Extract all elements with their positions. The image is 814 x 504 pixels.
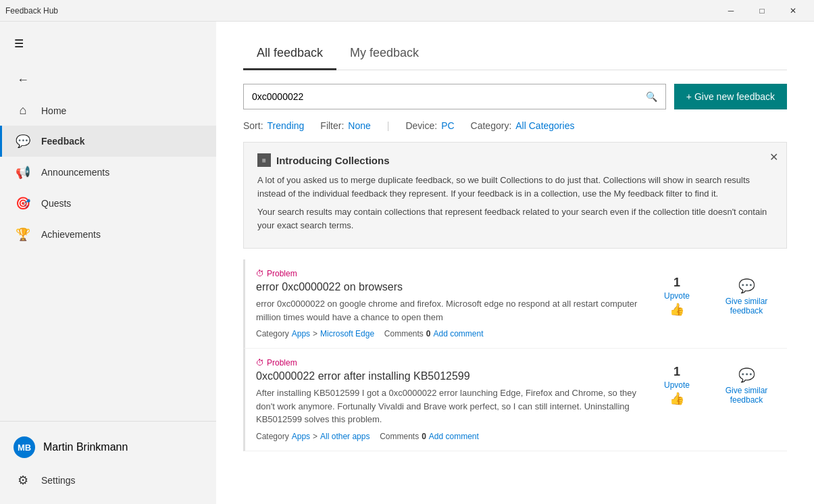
problem-icon-0: ⏱ — [256, 269, 264, 278]
add-comment-1[interactable]: Add comment — [429, 432, 479, 441]
minimize-button[interactable]: ─ — [715, 0, 746, 22]
maximize-button[interactable]: □ — [746, 0, 778, 22]
feedback-content-0: ⏱ Problem error 0xc0000022 on browsers e… — [256, 269, 651, 338]
upvote-icon-1[interactable]: 👍 — [669, 391, 684, 406]
feedback-type-0: ⏱ Problem — [256, 269, 651, 278]
feedback-actions-1: 1 Upvote 👍 💬 Give similar feedback — [651, 358, 787, 413]
upvote-label-1[interactable]: Upvote — [664, 380, 690, 390]
upvote-count-1: 1 — [673, 365, 680, 379]
filter-row: Sort: Trending Filter: None | Device: PC… — [243, 120, 787, 131]
feedback-type-1: ⏱ Problem — [256, 358, 651, 368]
title-bar: Feedback Hub ─ □ ✕ — [0, 0, 814, 22]
category-sep-1: > — [313, 432, 317, 441]
feedback-item-0: ⏱ Problem error 0xc0000022 on browsers e… — [243, 259, 787, 349]
hamburger-button[interactable]: ☰ — [5, 30, 32, 57]
category-value[interactable]: All Categories — [515, 120, 574, 131]
feedback-actions-0: 1 Upvote 👍 💬 Give similar feedback — [651, 269, 787, 324]
category-link2-0[interactable]: Microsoft Edge — [320, 329, 374, 338]
category-link2-1[interactable]: All other apps — [320, 432, 370, 441]
sidebar-item-announcements[interactable]: 📢 Announcements — [0, 157, 216, 188]
sidebar-item-feedback[interactable]: 💬 Feedback — [0, 126, 216, 157]
sidebar-item-home[interactable]: ⌂ Home — [0, 95, 216, 126]
main-content: All feedback My feedback 🔍 + Give new fe… — [216, 22, 814, 504]
feedback-type-label-0: Problem — [267, 269, 297, 278]
sidebar-label-announcements: Announcements — [41, 167, 109, 178]
sidebar: ☰ ← ⌂ Home 💬 Feedback 📢 Announcements — [0, 22, 216, 504]
give-similar-icon-0: 💬 — [738, 278, 755, 294]
sidebar-label-home: Home — [41, 105, 66, 116]
info-box-title-text: Introducing Collections — [276, 155, 390, 166]
sort-label: Sort: — [243, 120, 263, 131]
user-item[interactable]: MB Martin Brinkmann — [0, 430, 216, 465]
sidebar-label-settings: Settings — [41, 475, 76, 486]
category-text-0: Category — [256, 329, 289, 338]
tab-my-feedback[interactable]: My feedback — [336, 38, 432, 70]
feedback-item-1: ⏱ Problem 0xc0000022 error after install… — [243, 349, 787, 451]
give-similar-icon-1: 💬 — [738, 367, 755, 383]
title-bar-left: Feedback Hub — [5, 6, 58, 16]
upvote-label-0[interactable]: Upvote — [664, 291, 690, 301]
search-container: 🔍 — [243, 84, 666, 109]
give-similar-1[interactable]: 💬 Give similar feedback — [719, 367, 773, 405]
info-box: ✕ ≡ Introducing Collections A lot of you… — [243, 142, 787, 249]
category-group: Category: All Categories — [471, 120, 575, 131]
feedback-title-1[interactable]: 0xc0000022 error after installing KB5012… — [256, 370, 651, 382]
upvote-section-1: 1 Upvote 👍 — [664, 365, 690, 406]
comments-text-0: Comments — [384, 329, 424, 338]
filter-divider: | — [387, 120, 390, 131]
sidebar-item-achievements[interactable]: 🏆 Achievements — [0, 219, 216, 250]
feedback-icon: 💬 — [16, 134, 30, 149]
home-icon: ⌂ — [16, 103, 30, 118]
title-bar-controls: ─ □ ✕ — [715, 0, 809, 22]
user-name: Martin Brinkmann — [43, 441, 128, 453]
info-box-text2: Your search results may contain collecti… — [257, 205, 773, 232]
tab-all-feedback[interactable]: All feedback — [243, 38, 336, 70]
give-similar-0[interactable]: 💬 Give similar feedback — [719, 278, 773, 316]
give-feedback-button[interactable]: + Give new feedback — [674, 84, 787, 109]
sidebar-item-quests[interactable]: 🎯 Quests — [0, 188, 216, 219]
info-box-text1: A lot of you asked us to merge duplicate… — [257, 174, 773, 200]
sidebar-label-quests: Quests — [41, 198, 71, 209]
filter-label: Filter: — [320, 120, 344, 131]
app-title: Feedback Hub — [5, 6, 58, 16]
sidebar-label-feedback: Feedback — [41, 136, 85, 147]
close-button[interactable]: ✕ — [778, 0, 809, 22]
feedback-desc-1: After installing KB5012599 I got a 0xc00… — [256, 386, 651, 426]
add-comment-0[interactable]: Add comment — [434, 329, 484, 338]
feedback-title-0[interactable]: error 0xc0000022 on browsers — [256, 281, 651, 293]
upvote-icon-0[interactable]: 👍 — [669, 302, 684, 317]
category-text-1: Category — [256, 432, 289, 441]
back-icon: ← — [16, 73, 30, 87]
settings-icon: ⚙ — [16, 473, 30, 488]
search-icon: 🔍 — [646, 91, 657, 102]
upvote-count-0: 1 — [673, 276, 680, 290]
category-sep-0: > — [313, 329, 317, 338]
device-value[interactable]: PC — [441, 120, 454, 131]
quests-icon: 🎯 — [16, 196, 30, 211]
feedback-meta-0: Category Apps > Microsoft Edge Comments … — [256, 329, 651, 338]
feedback-content-1: ⏱ Problem 0xc0000022 error after install… — [256, 358, 651, 441]
sidebar-item-back[interactable]: ← — [0, 65, 216, 95]
sidebar-item-settings[interactable]: ⚙ Settings — [0, 465, 216, 496]
search-input[interactable] — [252, 84, 646, 109]
sort-group: Sort: Trending — [243, 120, 304, 131]
filter-group: Filter: None — [320, 120, 370, 131]
give-similar-label-0: Give similar feedback — [719, 297, 773, 316]
give-similar-label-1: Give similar feedback — [719, 386, 773, 405]
feedback-desc-0: error 0xc0000022 on google chrome and fi… — [256, 297, 651, 324]
category-label: Category: — [471, 120, 512, 131]
tabs: All feedback My feedback — [243, 38, 787, 70]
app-body: ☰ ← ⌂ Home 💬 Feedback 📢 Announcements — [0, 22, 814, 504]
filter-value[interactable]: None — [348, 120, 370, 131]
device-group: Device: PC — [405, 120, 454, 131]
sidebar-bottom: MB Martin Brinkmann ⚙ Settings — [0, 421, 216, 504]
info-box-close-button[interactable]: ✕ — [769, 151, 778, 163]
category-link1-0[interactable]: Apps — [292, 329, 310, 338]
announcements-icon: 📢 — [16, 165, 30, 180]
feedback-type-label-1: Problem — [267, 358, 297, 368]
comments-count-0: 0 — [426, 329, 431, 338]
search-row: 🔍 + Give new feedback — [243, 84, 787, 109]
problem-icon-1: ⏱ — [256, 358, 264, 368]
category-link1-1[interactable]: Apps — [292, 432, 310, 441]
sort-value[interactable]: Trending — [268, 120, 305, 131]
